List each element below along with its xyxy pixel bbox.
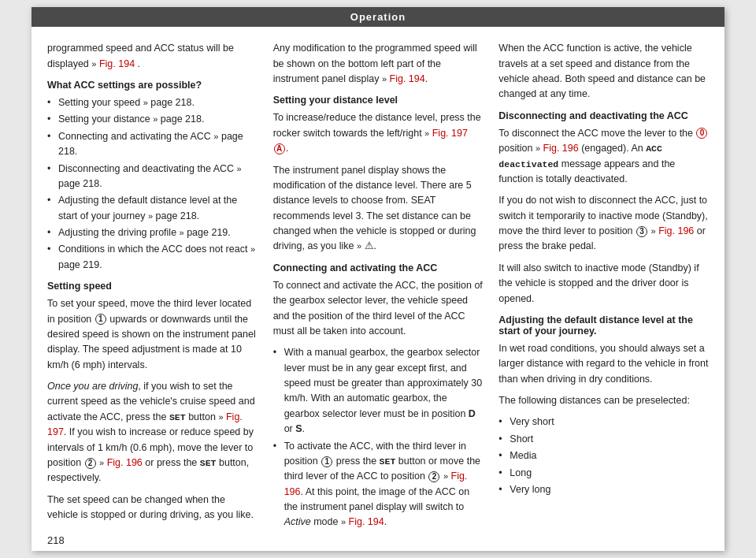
content-area: programmed speed and ACC status will be … [32,27,724,551]
disconnecting-p3: It will also switch to inactive mode (St… [498,261,709,307]
list-item: Adjusting the driving profile » page 219… [47,225,258,240]
middle-intro: Any modification to the programmed speed… [273,41,484,87]
setting-speed-p1: To set your speed, move the third lever … [47,296,258,373]
right-intro: When the ACC function is active, the veh… [498,41,709,102]
list-item: Long [498,466,709,481]
page-container: Operation programmed speed and ACC statu… [32,7,724,551]
list-item: Setting your speed » page 218. [47,95,258,110]
page-number: 218 [47,534,65,546]
col-left: programmed speed and ACC status will be … [47,41,258,537]
header-label: Operation [350,11,406,23]
disconnecting-heading: Disconnecting and deactivating the ACC [498,110,709,121]
list-item: Very long [498,482,709,497]
intro-text: programmed speed and ACC status will be … [47,41,258,72]
distance-options-list: Very short Short Media Long Very long [498,415,709,497]
list-item: With a manual gearbox, the gearbox selec… [273,345,484,437]
list-item: Connecting and activating the ACC » page… [47,129,258,160]
connecting-bullets: With a manual gearbox, the gearbox selec… [273,345,484,530]
acc-settings-list: Setting your speed » page 218. Setting y… [47,95,258,273]
what-acc-settings-heading: What ACC settings are possible? [47,80,258,91]
col-right: When the ACC function is active, the veh… [498,41,709,537]
list-item: Media [498,448,709,463]
setting-distance-heading: Setting your distance level [273,95,484,106]
setting-speed-heading: Setting speed [47,281,258,292]
connecting-p1: To connect and activate the ACC, the pos… [273,278,484,340]
distance-p2: The instrument panel display shows the m… [273,163,484,255]
adjusting-p2: The following distances can be preselect… [498,393,709,408]
list-item: Disconnecting and deactivating the ACC »… [47,162,258,192]
list-item: Very short [498,415,709,430]
adjusting-p1: In wet road conditions, you should alway… [498,341,709,387]
disconnecting-p1: To disconnect the ACC move the lever to … [498,126,709,188]
connecting-acc-heading: Connecting and activating the ACC [273,262,484,273]
setting-speed-p2: Once you are driving, if you wish to set… [47,379,258,486]
list-item: Short [498,432,709,447]
header-bar: Operation [32,7,724,27]
distance-p1: To increase/reduce the distance level, p… [273,110,484,156]
list-item: Setting your distance » page 218. [47,112,258,127]
list-item: Adjusting the default distance level at … [47,193,258,224]
list-item: Conditions in which the ACC does not rea… [47,242,258,273]
list-item: To activate the ACC, with the third leve… [273,439,484,530]
adjusting-heading: Adjusting the default distance level at … [498,314,709,337]
disconnecting-p2: If you do not wish to disconnect the ACC… [498,193,709,255]
setting-speed-p3: The set speed can be changed when the ve… [47,493,258,523]
col-middle: Any modification to the programmed speed… [273,41,484,537]
